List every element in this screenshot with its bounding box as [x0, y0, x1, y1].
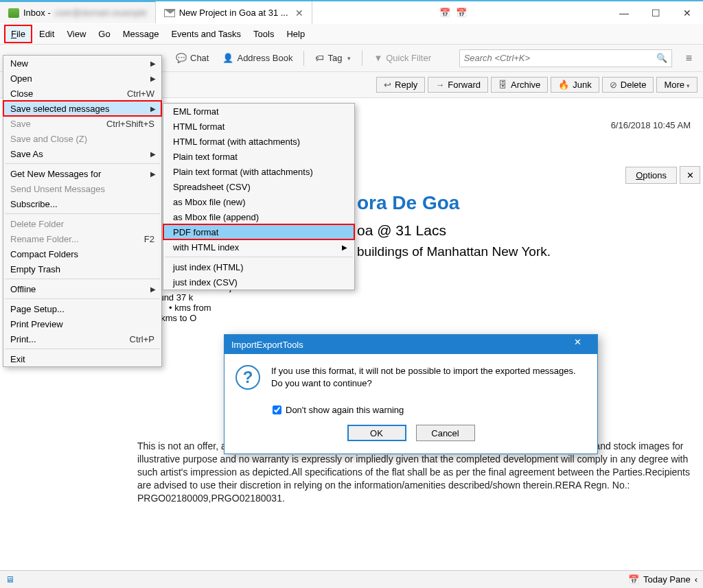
cancel-button[interactable]: Cancel: [416, 425, 475, 441]
minimize-button[interactable]: —: [608, 3, 640, 23]
menu-item-new[interactable]: New▶: [3, 56, 161, 71]
menu-item-save-close: Save and Close (Z): [3, 131, 161, 146]
menu-item-page-setup[interactable]: Page Setup...: [3, 301, 161, 316]
submenu-mbox-append[interactable]: as Mbox file (append): [163, 209, 354, 224]
title-bar: Inbox - user@domain.example New Project …: [0, 0, 703, 24]
menu-edit[interactable]: Edit: [34, 26, 60, 42]
menu-help[interactable]: Help: [281, 26, 310, 42]
ok-button[interactable]: OK: [347, 425, 406, 441]
calendar-small-icon[interactable]: 📅: [628, 574, 639, 585]
person-icon: 👤: [222, 53, 233, 63]
menu-item-save-as[interactable]: Save As▶: [3, 146, 161, 161]
submenu-plain[interactable]: Plain text format: [163, 149, 354, 164]
menu-bar: File Edit View Go Message Events and Tas…: [0, 24, 703, 45]
dialog-title: ImportExportTools: [231, 340, 303, 350]
chat-button[interactable]: 💬Chat: [170, 50, 214, 66]
chevron-down-icon: ▾: [687, 82, 690, 89]
more-button[interactable]: More▾: [656, 77, 698, 93]
submenu-eml[interactable]: EML format: [163, 104, 354, 119]
checkbox-input[interactable]: [273, 405, 281, 414]
calendar-icon-1[interactable]: 📅: [439, 8, 450, 18]
menu-tools[interactable]: Tools: [248, 26, 279, 42]
confirm-dialog: ImportExportTools ✕ ? If you use this fo…: [224, 334, 598, 454]
tag-button[interactable]: 🏷Tag▾: [310, 50, 356, 66]
list-item: ound 37 k: [148, 292, 689, 303]
junk-button[interactable]: 🔥Junk: [551, 77, 599, 93]
close-button[interactable]: ✕: [671, 3, 703, 23]
forward-icon: →: [435, 80, 444, 90]
tab-label: New Project in Goa at 31 ...: [179, 8, 288, 18]
submenu-just-html[interactable]: just index (HTML): [163, 259, 354, 274]
quick-filter-button[interactable]: ▼Quick Filter: [368, 50, 437, 66]
archive-button[interactable]: 🗄Archive: [491, 77, 548, 93]
menu-item-delete-folder: Delete Folder: [3, 216, 161, 231]
menu-item-get-new[interactable]: Get New Messages for▶: [3, 166, 161, 181]
menu-file[interactable]: File: [4, 25, 32, 43]
menu-view[interactable]: View: [61, 26, 91, 42]
submenu-html[interactable]: HTML format: [163, 119, 354, 134]
options-button[interactable]: Options: [625, 167, 677, 184]
status-icon: 🖥: [5, 574, 14, 585]
menu-item-open[interactable]: Open▶: [3, 71, 161, 86]
menu-item-subscribe[interactable]: Subscribe...: [3, 196, 161, 211]
inbox-icon: [8, 8, 19, 18]
chevron-down-icon: ▾: [347, 55, 351, 62]
menu-item-empty-trash[interactable]: Empty Trash: [3, 261, 161, 277]
submenu-pdf[interactable]: PDF format: [163, 224, 354, 239]
tab-close-icon[interactable]: ✕: [295, 8, 303, 19]
bar-close-button[interactable]: ✕: [680, 166, 700, 184]
menu-item-save: SaveCtrl+Shift+S: [3, 116, 161, 131]
address-book-button[interactable]: 👤Address Book: [217, 50, 298, 66]
menu-events[interactable]: Events and Tasks: [165, 26, 246, 42]
question-icon: ?: [235, 365, 260, 390]
menu-message[interactable]: Message: [117, 26, 165, 42]
delete-icon: ⊘: [610, 80, 617, 90]
menu-item-offline[interactable]: Offline▶: [3, 281, 161, 296]
submenu-html-index[interactable]: with HTML index▶: [163, 239, 354, 255]
window-controls: — ☐ ✕: [608, 3, 703, 23]
chevron-right-icon: ▶: [150, 150, 156, 158]
chevron-right-icon: ▶: [150, 285, 156, 293]
submenu-csv[interactable]: Spreadsheet (CSV): [163, 179, 354, 194]
menu-item-send-unsent: Send Unsent Messages: [3, 181, 161, 196]
today-pane-button[interactable]: Today Pane: [643, 574, 691, 585]
reply-button[interactable]: ↩Reply: [376, 77, 425, 93]
message-datetime: 6/16/2018 10:45 AM: [611, 120, 691, 130]
chevron-right-icon: ▶: [150, 105, 156, 113]
menu-item-exit[interactable]: Exit: [3, 351, 161, 366]
chevron-right-icon: ▶: [342, 244, 347, 251]
tab-label: Inbox -: [23, 8, 51, 18]
submenu-plain-att[interactable]: Plain text format (with attachments): [163, 164, 354, 179]
save-selected-submenu: EML format HTML format HTML format (with…: [163, 103, 355, 290]
list-item: 22 kms to O: [143, 313, 689, 323]
forward-button[interactable]: →Forward: [428, 77, 488, 93]
status-bar: 🖥 📅 Today Pane ‹: [0, 570, 703, 588]
menu-item-compact[interactable]: Compact Folders: [3, 246, 161, 261]
menu-item-print-preview[interactable]: Print Preview: [3, 316, 161, 331]
submenu-just-csv[interactable]: just index (CSV): [163, 274, 354, 290]
calendar-icon-2[interactable]: 📅: [456, 8, 467, 18]
submenu-html-att[interactable]: HTML format (with attachments): [163, 134, 354, 149]
search-icon[interactable]: 🔍: [656, 53, 667, 63]
chevron-left-icon[interactable]: ‹: [695, 574, 698, 585]
search-input[interactable]: 🔍: [459, 49, 672, 67]
menu-item-print[interactable]: Print...Ctrl+P: [3, 331, 161, 346]
menu-item-close[interactable]: CloseCtrl+W: [3, 86, 161, 101]
app-menu-button[interactable]: ≡: [680, 49, 698, 67]
search-field[interactable]: [464, 53, 656, 63]
submenu-mbox-new[interactable]: as Mbox file (new): [163, 194, 354, 209]
dont-show-checkbox[interactable]: Don't show again this warning: [273, 405, 597, 415]
tab-inbox[interactable]: Inbox - user@domain.example: [0, 1, 156, 23]
dialog-titlebar[interactable]: ImportExportTools ✕: [224, 335, 597, 354]
menu-item-save-selected[interactable]: Save selected messages▶: [3, 101, 161, 116]
chevron-right-icon: ▶: [150, 75, 156, 82]
message-subtitle: oa @ 31 Lacs: [357, 222, 689, 239]
tab-message[interactable]: New Project in Goa at 31 ... ✕: [156, 1, 312, 24]
list-item: kms from: [169, 303, 689, 313]
file-menu: New▶ Open▶ CloseCtrl+W Save selected mes…: [3, 55, 162, 367]
menu-go[interactable]: Go: [93, 26, 115, 42]
chevron-right-icon: ▶: [150, 170, 156, 178]
delete-button[interactable]: ⊘Delete: [602, 77, 654, 93]
dialog-close-button[interactable]: ✕: [564, 337, 590, 352]
maximize-button[interactable]: ☐: [640, 3, 671, 23]
